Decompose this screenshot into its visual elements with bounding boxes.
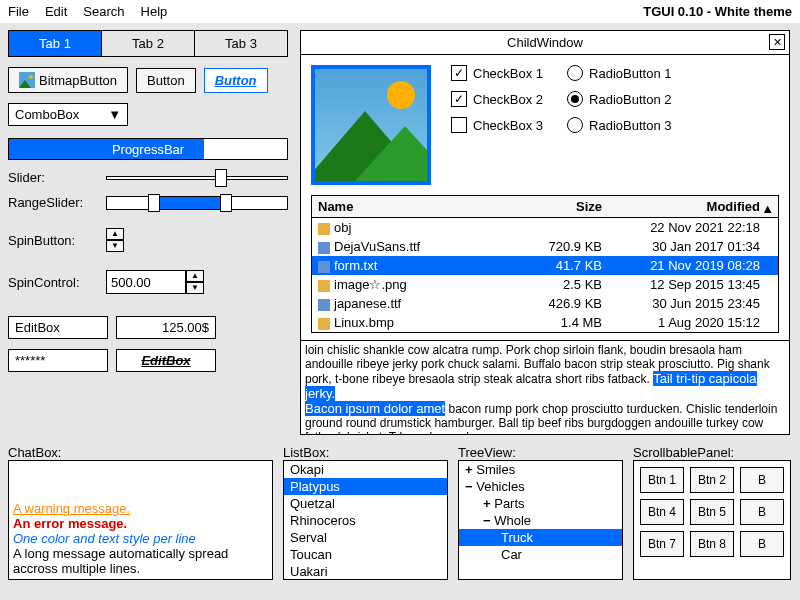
panel-btn-5[interactable]: Btn 5 bbox=[690, 499, 734, 525]
editbox-styled[interactable]: EditBox bbox=[116, 349, 216, 372]
list-item[interactable]: Okapi bbox=[284, 461, 447, 478]
slider[interactable] bbox=[106, 176, 288, 180]
spin-up-icon[interactable]: ▲ bbox=[186, 270, 204, 282]
list-item[interactable]: Rhinoceros bbox=[284, 512, 447, 529]
tab-bar: Tab 1Tab 2Tab 3 bbox=[8, 30, 288, 57]
tree-node[interactable]: − Vehicles bbox=[459, 478, 622, 495]
tab-3[interactable]: Tab 3 bbox=[195, 31, 287, 56]
picture-widget bbox=[311, 65, 431, 185]
tab-2[interactable]: Tab 2 bbox=[102, 31, 195, 56]
spin-button[interactable]: ▲▼ bbox=[106, 228, 124, 252]
listbox[interactable]: OkapiPlatypusQuetzalRhinocerosServalTouc… bbox=[283, 460, 448, 580]
editbox-plain[interactable]: EditBox bbox=[8, 316, 108, 339]
panel-btn-8[interactable]: Btn 8 bbox=[690, 531, 734, 557]
chat-long: A long message automatically spread accr… bbox=[13, 546, 268, 576]
progressbar: ProgressBar bbox=[8, 138, 288, 160]
menu-search[interactable]: Search bbox=[83, 4, 124, 19]
spin-down-icon[interactable]: ▼ bbox=[186, 282, 204, 294]
file-row[interactable]: DejaVuSans.ttf720.9 KB30 Jan 2017 01:34 bbox=[312, 237, 778, 256]
plain-button[interactable]: Button bbox=[136, 68, 196, 93]
listbox-label: ListBox: bbox=[283, 445, 448, 460]
panel-btn-9[interactable]: B bbox=[740, 531, 784, 557]
panel-btn-6[interactable]: B bbox=[740, 499, 784, 525]
scrollable-panel[interactable]: Btn 1Btn 2BBtn 4Btn 5BBtn 7Btn 8B bbox=[633, 460, 791, 580]
child-window: ChildWindow ✕ ✓CheckBox 1✓CheckBox 2Chec… bbox=[300, 30, 790, 344]
menu-help[interactable]: Help bbox=[141, 4, 168, 19]
file-row[interactable]: image☆.png2.5 KB12 Sep 2015 13:45 bbox=[312, 275, 778, 294]
col-name[interactable]: Name bbox=[312, 196, 518, 217]
checkbox-2[interactable]: ✓CheckBox 2 bbox=[451, 91, 543, 107]
menu-file[interactable]: File bbox=[8, 4, 29, 19]
tree-node[interactable]: − Whole bbox=[459, 512, 622, 529]
panel-btn-2[interactable]: Btn 2 bbox=[690, 467, 734, 493]
radiobutton-2[interactable]: RadioButton 2 bbox=[567, 91, 671, 107]
menu-edit[interactable]: Edit bbox=[45, 4, 67, 19]
panel-btn-7[interactable]: Btn 7 bbox=[640, 531, 684, 557]
tree-node[interactable]: + Smiles bbox=[459, 461, 622, 478]
chatbox[interactable]: A warning message. An error message. One… bbox=[8, 460, 273, 580]
panel-btn-4[interactable]: Btn 4 bbox=[640, 499, 684, 525]
list-item[interactable]: Platypus bbox=[284, 478, 447, 495]
sort-asc-icon: ▲ bbox=[761, 201, 774, 216]
textarea[interactable]: loin chislic shankle cow alcatra rump. P… bbox=[300, 340, 790, 435]
spin-up-icon[interactable]: ▲ bbox=[106, 228, 124, 240]
editbox-password[interactable]: ****** bbox=[8, 349, 108, 372]
slider-label: Slider: bbox=[8, 170, 98, 185]
checkbox-1[interactable]: ✓CheckBox 1 bbox=[451, 65, 543, 81]
spinbutton-label: SpinButton: bbox=[8, 233, 98, 248]
file-row[interactable]: obj22 Nov 2021 22:18 bbox=[312, 218, 778, 237]
bitmap-button[interactable]: BitmapButton bbox=[8, 67, 128, 93]
combobox[interactable]: ComboBox▼ bbox=[8, 103, 128, 126]
list-item[interactable]: Uakari bbox=[284, 563, 447, 580]
tree-node[interactable]: + Parts bbox=[459, 495, 622, 512]
styled-button[interactable]: Button bbox=[204, 68, 268, 93]
spin-control[interactable]: ▲▼ bbox=[106, 270, 204, 294]
radiobutton-1[interactable]: RadioButton 1 bbox=[567, 65, 671, 81]
treeview[interactable]: + Smiles− Vehicles+ Parts− WholeTruckCar bbox=[458, 460, 623, 580]
col-modified[interactable]: Modified▲ bbox=[608, 196, 778, 217]
list-item[interactable]: Toucan bbox=[284, 546, 447, 563]
window-title: TGUI 0.10 - White theme bbox=[643, 4, 792, 19]
chevron-down-icon: ▼ bbox=[108, 107, 121, 122]
spincontrol-label: SpinControl: bbox=[8, 275, 98, 290]
col-size[interactable]: Size bbox=[518, 196, 608, 217]
file-row[interactable]: Linux.bmp1.4 MB1 Aug 2020 15:12 bbox=[312, 313, 778, 332]
spin-down-icon[interactable]: ▼ bbox=[106, 240, 124, 252]
chat-error: An error message. bbox=[13, 516, 268, 531]
tree-node[interactable]: Truck bbox=[459, 529, 622, 546]
tree-node[interactable]: Car bbox=[459, 546, 622, 563]
svg-point-1 bbox=[29, 75, 33, 79]
scrollpanel-label: ScrollbablePanel: bbox=[633, 445, 791, 460]
list-item[interactable]: Serval bbox=[284, 529, 447, 546]
picture-icon bbox=[19, 72, 35, 88]
tab-1[interactable]: Tab 1 bbox=[9, 31, 102, 56]
chat-styled: One color and text style per line bbox=[13, 531, 268, 546]
close-icon[interactable]: ✕ bbox=[769, 34, 785, 50]
file-row[interactable]: form.txt41.7 KB21 Nov 2019 08:28 bbox=[312, 256, 778, 275]
file-row[interactable]: japanese.ttf426.9 KB30 Jun 2015 23:45 bbox=[312, 294, 778, 313]
range-slider[interactable] bbox=[106, 196, 288, 210]
list-item[interactable]: Quetzal bbox=[284, 495, 447, 512]
rangeslider-label: RangeSlider: bbox=[8, 195, 98, 210]
panel-btn-1[interactable]: Btn 1 bbox=[640, 467, 684, 493]
treeview-label: TreeView: bbox=[458, 445, 623, 460]
spincontrol-input[interactable] bbox=[106, 270, 186, 294]
chat-warning: A warning message. bbox=[13, 501, 268, 516]
panel-btn-3[interactable]: B bbox=[740, 467, 784, 493]
radiobutton-3[interactable]: RadioButton 3 bbox=[567, 117, 671, 133]
checkbox-3[interactable]: CheckBox 3 bbox=[451, 117, 543, 133]
editbox-money[interactable]: 125.00$ bbox=[116, 316, 216, 339]
childwindow-titlebar[interactable]: ChildWindow ✕ bbox=[301, 31, 789, 55]
chatbox-label: ChatBox: bbox=[8, 445, 273, 460]
file-listview[interactable]: Name Size Modified▲ obj22 Nov 2021 22:18… bbox=[311, 195, 779, 333]
